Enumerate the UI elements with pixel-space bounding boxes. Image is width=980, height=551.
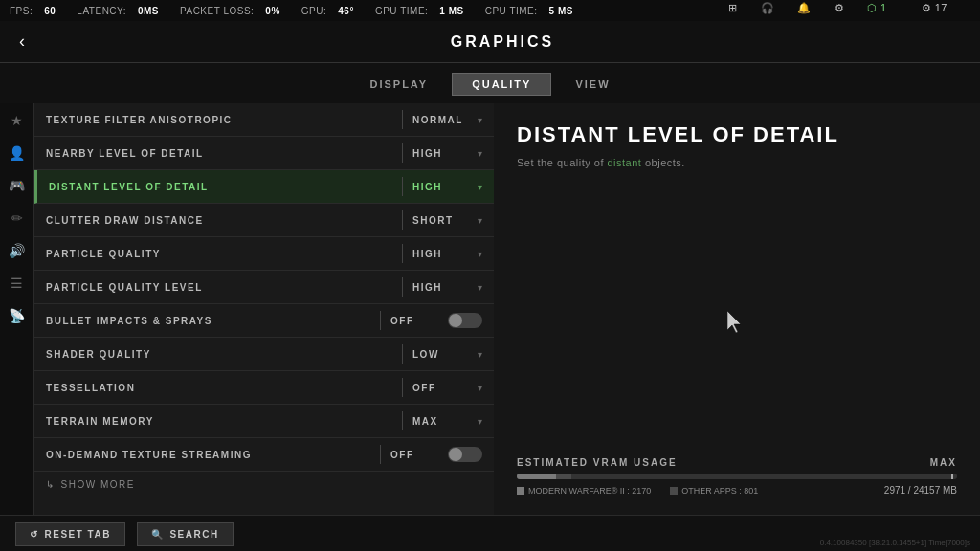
cpu-time-label: CPU TIME: [485, 6, 538, 16]
stats-bar: FPS: 60 LATENCY: 0MS PACKET LOSS: 0% GPU… [0, 0, 980, 21]
latency-label: LATENCY: [77, 6, 126, 16]
divider [402, 378, 403, 397]
tab-display[interactable]: DISPLAY [349, 73, 448, 96]
vram-bar-other [556, 474, 570, 479]
detail-desc-suffix: objects. [641, 157, 684, 168]
tab-view[interactable]: VIEW [555, 73, 630, 96]
sidebar-icon-sound[interactable]: 🔊 [9, 243, 25, 258]
divider [402, 210, 403, 230]
vram-other-label: OTHER APPS : 801 [681, 486, 758, 496]
vram-total: 2971 / 24157 MB [884, 485, 957, 496]
grid-icon[interactable]: ⊞ [728, 2, 738, 14]
divider [402, 110, 403, 129]
tab-quality[interactable]: QUALITY [452, 73, 551, 96]
vram-legend-mw: MODERN WARFARE® II : 2170 [517, 486, 651, 496]
setting-tessellation[interactable]: TESSELLATION OFF ▾ [34, 371, 494, 405]
vram-label: ESTIMATED VRAM USAGE [517, 457, 678, 468]
setting-particle-quality-level[interactable]: PARTICLE QUALITY LEVEL HIGH ▾ [34, 271, 494, 304]
user-group: ⬡ 1 [867, 2, 899, 14]
setting-terrain-memory[interactable]: TERRAIN MEMORY MAX ▾ [34, 405, 494, 438]
divider [402, 244, 403, 263]
players-count: ⚙ 17 [922, 2, 959, 14]
search-icon: 🔍 [151, 529, 165, 540]
vram-max-label: MAX [930, 457, 957, 468]
detail-desc-highlight: distant [608, 157, 642, 168]
fps-value: 60 [44, 6, 56, 16]
headset-icon[interactable]: 🎧 [761, 2, 775, 14]
sidebar-icon-signal[interactable]: 📡 [9, 308, 25, 323]
chevron-down-icon: ▾ [478, 182, 482, 192]
streaming-toggle[interactable] [448, 447, 482, 462]
search-label: SEARCH [169, 529, 218, 540]
version-text: 0.4.10084350 [38.21.0.1455+1] Time[7000]… [820, 539, 970, 547]
chevron-down-icon: ▾ [478, 249, 482, 259]
chevron-down-icon: ▾ [478, 148, 482, 159]
sidebar-icon-pencil[interactable]: ✏ [11, 210, 23, 226]
page-title: GRAPHICS [44, 33, 961, 51]
chevron-down-icon: ▾ [478, 349, 482, 360]
show-more-button[interactable]: ↳ SHOW MORE [34, 472, 494, 497]
divider [402, 277, 403, 297]
divider [380, 445, 381, 464]
other-legend-dot [670, 487, 678, 495]
settings-panel: TEXTURE FILTER ANISOTROPIC NORMAL ▾ NEAR… [34, 103, 494, 515]
sidebar-icon-person[interactable]: 👤 [9, 145, 25, 161]
vram-mw-label: MODERN WARFARE® II : 2170 [528, 486, 651, 496]
chevron-down-icon: ▾ [478, 416, 482, 427]
detail-desc-prefix: Set the quality of [517, 157, 608, 168]
setting-texture-filter[interactable]: TEXTURE FILTER ANISOTROPIC NORMAL ▾ [34, 103, 494, 137]
reset-tab-button[interactable]: ↺ RESET TAB [15, 522, 125, 546]
vram-section: ESTIMATED VRAM USAGE MAX MODERN WARFARE®… [517, 457, 957, 496]
setting-clutter-distance[interactable]: CLUTTER DRAW DISTANCE SHORT ▾ [34, 204, 494, 237]
divider [402, 177, 403, 196]
svg-marker-0 [727, 311, 741, 333]
divider [402, 344, 403, 364]
sidebar-icon-star[interactable]: ★ [11, 113, 23, 128]
header: ‹ GRAPHICS [0, 21, 980, 63]
back-button[interactable]: ‹ [19, 32, 25, 52]
divider [380, 311, 381, 330]
detail-description: Set the quality of distant objects. [517, 157, 957, 168]
vram-bar-max-marker [951, 474, 953, 479]
mw-legend-dot [517, 487, 524, 495]
gpu-value: 46° [338, 6, 354, 16]
latency-value: 0MS [138, 6, 159, 16]
cursor-icon [727, 311, 746, 334]
show-more-label: SHOW MORE [61, 479, 135, 490]
divider [402, 143, 403, 163]
tab-navigation: DISPLAY QUALITY VIEW [0, 63, 980, 103]
setting-on-demand-streaming[interactable]: ON-DEMAND TEXTURE STREAMING OFF [34, 438, 494, 472]
sidebar-icon-gamepad[interactable]: 🎮 [9, 178, 25, 193]
vram-header: ESTIMATED VRAM USAGE MAX [517, 457, 957, 468]
top-right-icons: ⊞ 🎧 🔔 ⚙ ⬡ 1 ⚙ 17 [728, 2, 970, 14]
cpu-time-value: 5 MS [549, 6, 573, 16]
vram-bar-mw [517, 474, 556, 479]
chevron-down-icon: ▾ [478, 115, 482, 125]
detail-title: DISTANT LEVEL OF DETAIL [517, 122, 957, 147]
chevron-down-icon: ▾ [478, 215, 482, 226]
packet-loss-label: PACKET LOSS: [180, 6, 254, 16]
reset-tab-label: RESET TAB [45, 529, 111, 540]
vram-legend-other: OTHER APPS : 801 [670, 486, 758, 496]
setting-nearby-lod[interactable]: NEARBY LEVEL OF DETAIL HIGH ▾ [34, 137, 494, 170]
search-button[interactable]: 🔍 SEARCH [137, 522, 234, 546]
bell-icon[interactable]: 🔔 [797, 2, 812, 14]
gpu-time-label: GPU TIME: [375, 6, 428, 16]
gpu-time-value: 1 MS [439, 6, 463, 16]
setting-distant-lod[interactable]: DISTANT LEVEL OF DETAIL HIGH ▾ [34, 170, 494, 204]
settings-icon[interactable]: ⚙ [835, 2, 845, 14]
setting-particle-quality[interactable]: PARTICLE QUALITY HIGH ▾ [34, 237, 494, 271]
setting-shader-quality[interactable]: SHADER QUALITY LOW ▾ [34, 338, 494, 371]
show-more-arrow-icon: ↳ [46, 479, 56, 490]
detail-panel: DISTANT LEVEL OF DETAIL Set the quality … [494, 103, 980, 515]
bullet-impacts-toggle[interactable] [448, 313, 482, 328]
reset-icon: ↺ [30, 529, 39, 540]
sidebar-icon-menu[interactable]: ☰ [11, 276, 23, 291]
fps-label: FPS: [10, 6, 33, 16]
setting-bullet-impacts[interactable]: BULLET IMPACTS & SPRAYS OFF [34, 304, 494, 338]
chevron-down-icon: ▾ [478, 282, 482, 293]
gpu-label: GPU: [301, 6, 326, 16]
packet-loss-value: 0% [265, 6, 279, 16]
vram-bar [517, 474, 957, 479]
sidebar-icons: ★ 👤 🎮 ✏ 🔊 ☰ 📡 [0, 103, 34, 515]
